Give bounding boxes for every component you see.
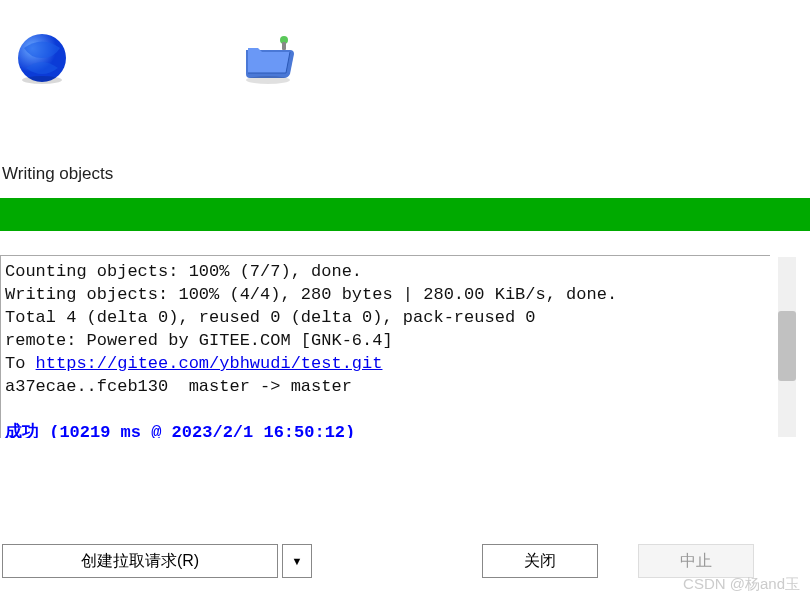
chevron-down-icon: ▼ <box>292 555 303 567</box>
svg-rect-3 <box>282 42 286 50</box>
output-line: Total 4 (delta 0), reused 0 (delta 0), p… <box>5 308 536 327</box>
create-pull-request-button[interactable]: 创建拉取请求(R) <box>2 544 278 578</box>
folder-icon[interactable] <box>240 30 296 86</box>
create-pull-request-dropdown[interactable]: ▼ <box>282 544 312 578</box>
output-success-line: 成功 (10219 ms @ 2023/2/1 16:50:12) <box>5 423 355 438</box>
svg-point-1 <box>22 76 62 84</box>
status-label: Writing objects <box>0 110 810 184</box>
button-row: 创建拉取请求(R) ▼ 关闭 中止 <box>0 544 810 578</box>
svg-point-4 <box>246 76 290 84</box>
output-line-prefix: To <box>5 354 36 373</box>
abort-button: 中止 <box>638 544 754 578</box>
globe-icon[interactable] <box>14 30 70 86</box>
close-button[interactable]: 关闭 <box>482 544 598 578</box>
output-url-link[interactable]: https://gitee.com/ybhwudi/test.git <box>36 354 383 373</box>
output-line: Writing objects: 100% (4/4), 280 bytes |… <box>5 285 617 304</box>
output-area: Counting objects: 100% (7/7), done. Writ… <box>0 255 810 438</box>
output-text[interactable]: Counting objects: 100% (7/7), done. Writ… <box>0 255 770 438</box>
output-line: Counting objects: 100% (7/7), done. <box>5 262 362 281</box>
output-line: a37ecae..fceb130 master -> master <box>5 377 352 396</box>
icon-row <box>0 0 810 110</box>
scrollbar-track[interactable] <box>778 257 796 437</box>
create-pull-request-split-button: 创建拉取请求(R) ▼ <box>2 544 312 578</box>
output-line: remote: Powered by GITEE.COM [GNK-6.4] <box>5 331 393 350</box>
scrollbar-thumb[interactable] <box>778 311 796 381</box>
progress-bar <box>0 198 810 231</box>
